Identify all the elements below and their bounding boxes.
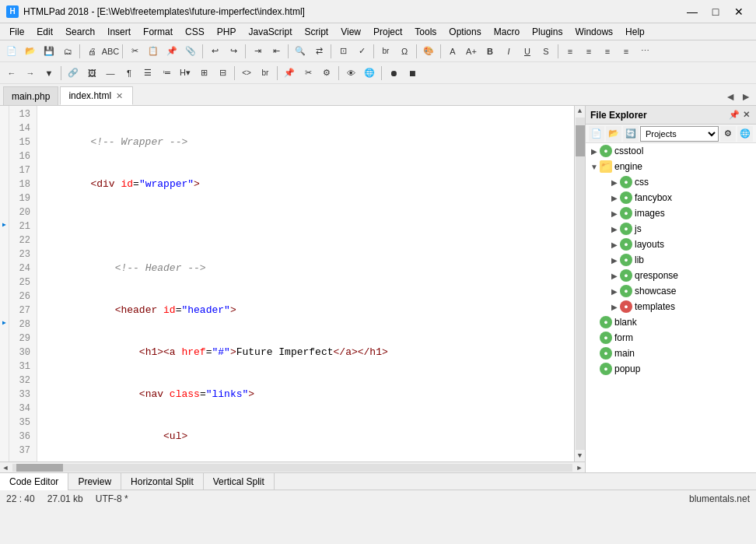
- save-all-btn[interactable]: 🗂: [59, 43, 76, 60]
- menu-item-view[interactable]: View: [334, 25, 367, 39]
- bottom-tab-horizontal-split[interactable]: Horizontal Split: [121, 473, 204, 490]
- new-btn[interactable]: 📄: [3, 43, 20, 60]
- save-btn[interactable]: 💾: [40, 43, 58, 60]
- menu-item-insert[interactable]: Insert: [101, 25, 137, 39]
- outdent-btn[interactable]: ⇤: [268, 43, 285, 60]
- menu-item-format[interactable]: Format: [137, 25, 179, 39]
- bottom-tab-vertical-split[interactable]: Vertical Split: [204, 473, 275, 490]
- paste-btn[interactable]: 📌: [163, 43, 180, 60]
- menu-item-javascript[interactable]: JavaScript: [242, 25, 298, 39]
- img-btn[interactable]: 🖼: [83, 65, 100, 82]
- color-btn[interactable]: 🎨: [420, 43, 437, 60]
- align-justify-btn[interactable]: ≡: [618, 43, 635, 60]
- scroll-thumb-v[interactable]: [576, 125, 585, 156]
- macro2-btn[interactable]: ⏹: [404, 65, 421, 82]
- paste-spec-btn[interactable]: 📎: [182, 43, 199, 60]
- fe-refresh-btn[interactable]: 🔄: [623, 126, 639, 142]
- indent-btn[interactable]: ⇥: [249, 43, 266, 60]
- align-center-btn[interactable]: ≡: [580, 43, 597, 60]
- bottom-tab-code-editor[interactable]: Code Editor: [0, 473, 68, 490]
- tab-index-html[interactable]: index.html ✕: [60, 86, 133, 105]
- spell-btn[interactable]: ABC: [102, 43, 119, 60]
- tree-item-js[interactable]: ▶ ● js: [586, 221, 756, 237]
- fe-view-select[interactable]: Projects: [640, 126, 719, 142]
- para-btn[interactable]: ¶: [121, 65, 138, 82]
- open-btn[interactable]: 📂: [22, 43, 39, 60]
- tab-index-html-close[interactable]: ✕: [114, 91, 124, 101]
- menu-item-css[interactable]: CSS: [179, 25, 211, 39]
- tab-prev-arrow[interactable]: ◄: [723, 90, 737, 103]
- menu-item-project[interactable]: Project: [367, 25, 408, 39]
- qresponse-expand[interactable]: ▶: [609, 272, 620, 280]
- lib-expand[interactable]: ▶: [609, 256, 620, 265]
- bottom-tab-preview[interactable]: Preview: [68, 473, 121, 490]
- tree-item-templates[interactable]: ▶ ● templates: [586, 299, 756, 314]
- tree-item-showcase[interactable]: ▶ ● showcase: [586, 283, 756, 299]
- list-ol-btn[interactable]: ≔: [158, 65, 175, 82]
- tree-item-fancybox[interactable]: ▶ ● fancybox: [586, 190, 756, 205]
- find-btn[interactable]: 🔍: [292, 43, 309, 60]
- fancybox-expand[interactable]: ▶: [609, 194, 620, 202]
- tree-item-css[interactable]: ▶ ● css: [586, 174, 756, 190]
- table-btn[interactable]: ⊞: [195, 65, 212, 82]
- validate-btn[interactable]: ✓: [353, 43, 370, 60]
- images-expand[interactable]: ▶: [609, 209, 620, 218]
- italic-btn[interactable]: I: [500, 43, 517, 60]
- underline-btn[interactable]: U: [519, 43, 536, 60]
- br2-btn[interactable]: br: [257, 65, 274, 82]
- layouts-expand[interactable]: ▶: [609, 240, 620, 249]
- css-expand[interactable]: ▶: [609, 178, 620, 187]
- code-tag-btn[interactable]: <>: [238, 65, 255, 82]
- tab-next-arrow[interactable]: ►: [739, 90, 753, 103]
- menu-item-script[interactable]: Script: [299, 25, 335, 39]
- tree-item-csstool[interactable]: ▶ ● csstool: [586, 143, 756, 159]
- scroll-track-v[interactable]: [576, 118, 585, 450]
- scroll-up-arrow[interactable]: ▲: [575, 106, 586, 117]
- close-button[interactable]: ✕: [728, 3, 750, 20]
- col-btn[interactable]: ⊟: [214, 65, 231, 82]
- menu-item-windows[interactable]: Windows: [569, 25, 619, 39]
- menu-item-help[interactable]: Help: [619, 25, 651, 39]
- print-btn[interactable]: 🖨: [83, 43, 100, 60]
- menu-item-file[interactable]: File: [3, 25, 30, 39]
- editor-horizontal-scrollbar[interactable]: ◄ ►: [0, 462, 585, 472]
- tree-item-blank[interactable]: ● blank: [586, 314, 756, 330]
- js-expand[interactable]: ▶: [609, 225, 620, 233]
- replace-btn[interactable]: ⇄: [310, 43, 327, 60]
- preview2-btn[interactable]: 🌐: [361, 65, 378, 82]
- font-size-btn[interactable]: A: [444, 43, 461, 60]
- align-right-btn[interactable]: ≡: [599, 43, 616, 60]
- align-left-btn[interactable]: ≡: [562, 43, 579, 60]
- tree-item-popup[interactable]: ● popup: [586, 361, 756, 377]
- csstool-expand[interactable]: ▶: [589, 147, 600, 156]
- dash-btn[interactable]: —: [102, 65, 119, 82]
- tree-item-qresponse[interactable]: ▶ ● qresponse: [586, 268, 756, 283]
- tag-close-btn[interactable]: ⊡: [334, 43, 352, 60]
- menu-item-tools[interactable]: Tools: [408, 25, 443, 39]
- engine-expand[interactable]: ▼: [589, 163, 600, 171]
- menu-item-edit[interactable]: Edit: [30, 25, 59, 39]
- preview-btn[interactable]: 👁: [342, 65, 359, 82]
- minimize-button[interactable]: —: [681, 3, 703, 20]
- showcase-expand[interactable]: ▶: [609, 287, 620, 296]
- br-btn[interactable]: br: [377, 43, 394, 60]
- fe-web-btn[interactable]: 🌐: [737, 126, 753, 142]
- maximize-button[interactable]: □: [705, 3, 726, 20]
- copy-btn[interactable]: 📋: [145, 43, 162, 60]
- tree-item-engine[interactable]: ▼ 📁 engine: [586, 159, 756, 174]
- editor-vertical-scrollbar[interactable]: ▲ ▼: [574, 106, 585, 462]
- tree-item-main[interactable]: ● main: [586, 346, 756, 361]
- scroll-thumb-h[interactable]: [16, 464, 63, 472]
- menu-item-options[interactable]: Options: [443, 25, 487, 39]
- cut-btn[interactable]: ✂: [126, 43, 143, 60]
- macro-btn[interactable]: ⏺: [385, 65, 402, 82]
- back-btn[interactable]: ←: [3, 65, 20, 82]
- tree-item-form[interactable]: ● form: [586, 330, 756, 346]
- tree-item-images[interactable]: ▶ ● images: [586, 205, 756, 221]
- font-size-up-btn[interactable]: A+: [463, 43, 480, 60]
- menu-item-php[interactable]: PHP: [211, 25, 243, 39]
- fe-settings-btn[interactable]: ⚙: [720, 126, 736, 142]
- scroll-right-arrow[interactable]: ►: [574, 462, 585, 473]
- templates-expand[interactable]: ▶: [609, 303, 620, 311]
- undo-btn[interactable]: ↩: [206, 43, 223, 60]
